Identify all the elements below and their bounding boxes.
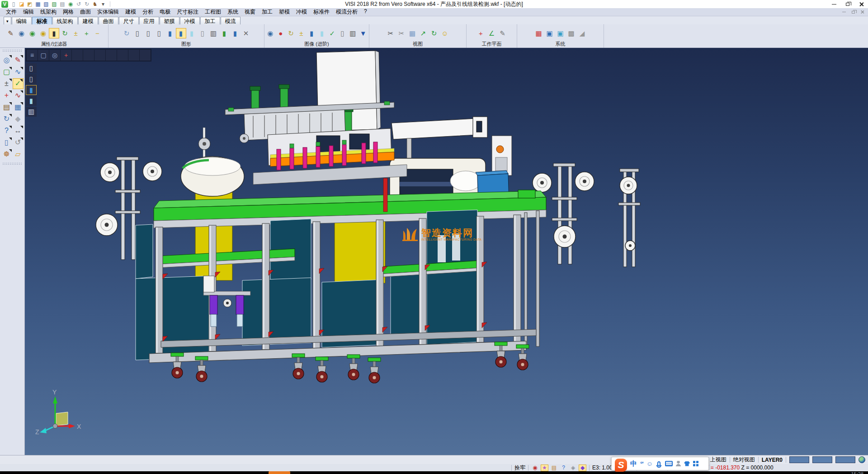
plus-minus-icon[interactable]: ± (296, 28, 306, 38)
view-plane-icon[interactable]: ▦ (407, 28, 418, 38)
system-monitor-icon[interactable]: ▣ (544, 28, 555, 38)
menu-item[interactable]: 工程图 (202, 8, 224, 16)
bar-blue-icon[interactable]: ▮ (307, 28, 316, 38)
save-as-button[interactable]: ▧ (42, 0, 50, 8)
menu-item[interactable]: ? (361, 8, 370, 16)
ribbon-tab[interactable]: 线架构 (52, 17, 78, 24)
window-icon[interactable]: ▦ (13, 102, 24, 113)
view-top-icon[interactable] (72, 50, 83, 61)
context-help-icon[interactable]: ? (560, 465, 567, 471)
display-transparent-icon[interactable]: ▮ (26, 96, 37, 106)
view-bottom-icon[interactable] (83, 50, 94, 61)
check-green-icon[interactable]: ✓ (327, 28, 337, 38)
delete-edit-icon[interactable]: ✎ (13, 55, 24, 66)
cylinder-selected-icon[interactable]: ▮ (176, 28, 186, 38)
measure-icon[interactable]: ↔ (13, 125, 24, 136)
ime-punctuation-toggle[interactable]: °’ (640, 460, 643, 467)
bar-gray-icon[interactable]: ▯ (338, 28, 348, 38)
system-grid-icon[interactable]: ▩ (566, 28, 576, 38)
view-front-icon[interactable] (94, 50, 105, 61)
menu-item[interactable]: 模流分析 (333, 8, 361, 16)
menu-item[interactable]: 文件 (3, 8, 20, 16)
dynamic-view-icon[interactable]: ◆ (579, 465, 586, 471)
fit-frame-icon[interactable]: ▢ (1, 66, 12, 77)
hide-solid-icon[interactable]: ◈ (569, 465, 577, 471)
ime-voice-icon[interactable] (657, 461, 660, 466)
zoom-fit-icon[interactable]: ▢ (38, 50, 49, 61)
menu-item[interactable]: 电极 (156, 8, 174, 16)
close-button[interactable] (854, 0, 868, 8)
ribbon-tab[interactable]: 模流 (221, 17, 241, 24)
cone-blue-icon[interactable]: ▼ (358, 28, 368, 38)
snap-record-icon[interactable]: ◉ (531, 465, 539, 471)
recycle-icon[interactable]: ↻ (286, 28, 296, 38)
ime-skin-icon[interactable] (684, 461, 690, 466)
selection-zoom-icon[interactable]: ◎ (1, 55, 12, 66)
cylinder-wire2-icon[interactable]: ▯ (143, 28, 154, 38)
display-wireframe-icon[interactable]: ▯ (26, 63, 37, 73)
color-swatch-2[interactable] (812, 456, 832, 463)
magic-wand-icon[interactable]: ★ (541, 465, 548, 471)
menu-item[interactable]: 标准件 (310, 8, 333, 16)
cylinder-stack-icon[interactable]: ▮ (219, 28, 230, 38)
menu-item[interactable]: 线架构 (37, 8, 60, 16)
menu-item[interactable]: 编辑 (20, 8, 37, 16)
ribbon-tab[interactable]: ▾ (4, 17, 11, 24)
solid-cube-icon[interactable]: ◆ (13, 114, 24, 124)
refresh-layers-icon[interactable]: ↻ (122, 28, 132, 38)
view-cut-icon[interactable]: ✂ (386, 28, 396, 38)
helm-icon[interactable]: ☸ (1, 149, 12, 160)
export-folder-icon[interactable]: ▱ (13, 149, 24, 160)
restore-button[interactable] (841, 0, 854, 8)
menu-item[interactable]: 尺寸标注 (174, 8, 202, 16)
view-right-icon[interactable] (128, 50, 139, 61)
traffic-pair-icon[interactable]: ● (276, 28, 286, 38)
cylinder-shaded-icon[interactable]: ▮ (165, 28, 175, 38)
menu-item[interactable]: 加工 (259, 8, 276, 16)
view-smiley-icon[interactable]: ☺ (440, 28, 450, 38)
image-eye-icon[interactable]: ◉ (265, 28, 275, 38)
machine-3d-model[interactable]: X Y Z (25, 48, 868, 455)
refresh-icon[interactable]: ↻ (1, 114, 12, 124)
move-axes-icon[interactable]: + (1, 90, 12, 101)
view-menu-icon[interactable]: ≡ (27, 50, 38, 61)
save-all-button[interactable]: ▨ (51, 0, 58, 8)
ime-emoji-button[interactable]: ☺ (646, 460, 653, 467)
minimize-button[interactable] (827, 0, 841, 8)
print-button[interactable]: ▤ (59, 0, 66, 8)
macro-button[interactable]: ♞ (91, 0, 99, 8)
bar-striped-icon[interactable]: ▥ (348, 28, 358, 38)
workplane-edit-icon[interactable]: ✎ (497, 28, 508, 38)
show-remove-icon[interactable]: ◉ (38, 28, 48, 38)
display-shaded-icon[interactable]: ▮ (26, 85, 37, 95)
ime-keyboard-icon[interactable] (665, 461, 673, 466)
menu-item[interactable]: 塑模 (276, 8, 293, 16)
import-file-button[interactable]: ◩ (26, 0, 33, 8)
menu-item[interactable]: 分析 (139, 8, 156, 16)
mdi-restore-button[interactable] (850, 9, 856, 15)
ribbon-tab[interactable]: 应用 (139, 17, 159, 24)
display-striped-icon[interactable]: ▥ (26, 107, 37, 117)
menu-item[interactable]: 网格 (60, 8, 77, 16)
attribute-books-icon[interactable]: ▤ (1, 102, 12, 113)
system-ramp-icon[interactable]: ◢ (577, 28, 587, 38)
color-swatch-3[interactable] (835, 456, 855, 463)
redo-button[interactable]: ↻ (83, 0, 90, 8)
delete-trash-icon[interactable]: ▯ (1, 137, 12, 148)
traffic-filter-icon[interactable]: ▮ (49, 28, 59, 38)
cylinder-striped-icon[interactable]: ▥ (208, 28, 219, 38)
graphics-tools-icon[interactable]: ✕ (241, 28, 251, 38)
lock-label[interactable]: 拴牢 (514, 464, 525, 472)
pick-tool-icon[interactable]: ▤ (550, 465, 558, 471)
toolbar-grip[interactable] (2, 49, 22, 52)
view-arrow-icon[interactable]: ↗ (418, 28, 429, 38)
spline-icon[interactable]: ∿ (13, 90, 24, 101)
view-left-icon[interactable] (117, 50, 128, 61)
ime-language-toggle[interactable]: 中 (630, 460, 637, 468)
menu-item[interactable]: 曲面 (77, 8, 94, 16)
zoom-extent-icon[interactable]: ± (1, 78, 12, 89)
filter-document-icon[interactable]: ◉ (16, 28, 27, 38)
wcs-axis-icon[interactable]: + (61, 50, 71, 61)
ribbon-tab[interactable]: 标准 (32, 17, 52, 24)
color-swatch-1[interactable] (789, 456, 809, 463)
